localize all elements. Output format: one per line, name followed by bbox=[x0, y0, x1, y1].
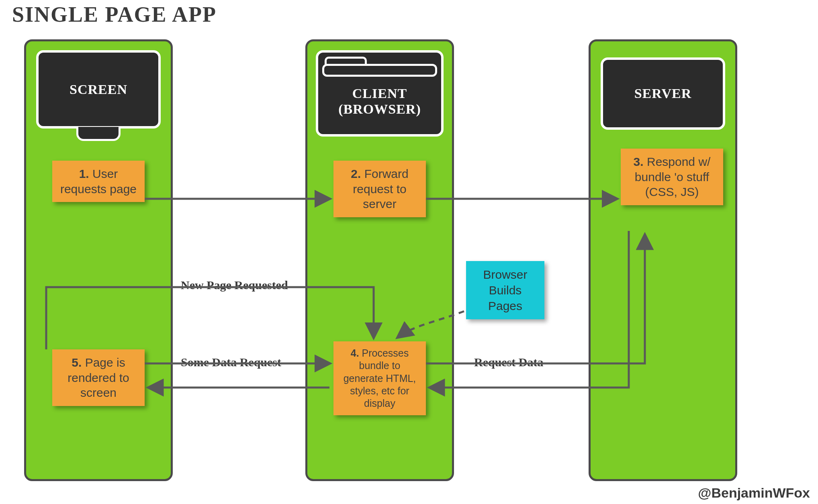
column-server-label: SERVER bbox=[634, 86, 692, 101]
note-step-4: 4. Processes bundle to generate HTML, st… bbox=[333, 341, 426, 415]
diagram-title: SINGLE PAGE APP bbox=[12, 2, 217, 27]
note-browser-builds: Browser Builds Pages bbox=[466, 261, 544, 319]
server-icon: SERVER bbox=[601, 57, 725, 130]
diagram-credit: @BenjaminWFox bbox=[698, 485, 810, 501]
browser-icon: CLIENT (BROWSER) bbox=[316, 50, 444, 137]
note-step-3: 3. Respond w/ bundle 'o stuff (CSS, JS) bbox=[621, 149, 723, 205]
label-some-data-request: Some Data Request bbox=[181, 355, 281, 369]
column-screen-label: SCREEN bbox=[70, 82, 127, 97]
note-step-1: 1. User requests page bbox=[52, 161, 145, 202]
label-new-page-requested: New Page Requested bbox=[181, 278, 288, 292]
monitor-icon: SCREEN bbox=[36, 50, 161, 141]
note-step-5: 5. Page is rendered to screen bbox=[52, 349, 145, 406]
column-client-label: CLIENT (BROWSER) bbox=[338, 86, 421, 117]
diagram-canvas: SINGLE PAGE APP SCREEN CLIENT (BROWSER) … bbox=[0, 0, 818, 504]
column-server: SERVER bbox=[589, 39, 737, 481]
column-screen: SCREEN bbox=[24, 39, 173, 481]
note-step-2: 2. Forward request to server bbox=[333, 161, 426, 217]
label-request-data: Request Data bbox=[474, 355, 544, 369]
